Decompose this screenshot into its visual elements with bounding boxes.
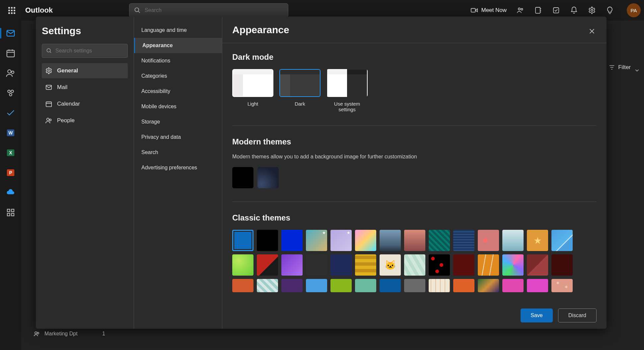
modern-theme-wave[interactable] xyxy=(257,167,279,188)
save-button[interactable]: Save xyxy=(521,308,552,322)
close-button[interactable] xyxy=(586,25,598,37)
classic-theme[interactable] xyxy=(478,254,499,276)
subnav-advertising[interactable]: Advertising preferences xyxy=(134,160,222,175)
mode-option-system[interactable]: Use system settings xyxy=(326,69,368,112)
discard-button[interactable]: Discard xyxy=(558,308,597,322)
classic-theme[interactable] xyxy=(502,254,524,276)
teams-icon[interactable] xyxy=(516,6,525,15)
classic-theme[interactable] xyxy=(502,230,524,251)
classic-theme[interactable] xyxy=(502,279,524,292)
rail-calendar[interactable] xyxy=(0,43,21,63)
classic-theme[interactable] xyxy=(257,230,278,251)
classic-theme[interactable] xyxy=(232,230,253,251)
classic-theme[interactable] xyxy=(281,230,303,251)
rail-more-apps[interactable] xyxy=(0,203,21,222)
svg-point-36 xyxy=(35,332,37,334)
classic-theme[interactable] xyxy=(527,279,548,292)
classic-theme[interactable] xyxy=(355,230,376,251)
classic-theme[interactable] xyxy=(281,254,303,276)
classic-theme[interactable] xyxy=(232,279,253,292)
classic-theme[interactable] xyxy=(551,279,573,292)
classic-theme[interactable] xyxy=(257,254,278,276)
settings-search-input[interactable] xyxy=(55,48,123,54)
classic-theme[interactable] xyxy=(429,279,450,292)
subnav-categories[interactable]: Categories xyxy=(134,68,222,84)
classic-theme[interactable] xyxy=(429,254,450,276)
classic-theme[interactable] xyxy=(355,279,376,292)
filter-button[interactable]: Filter xyxy=(608,64,631,71)
classic-theme[interactable] xyxy=(453,230,474,251)
classic-theme[interactable] xyxy=(306,230,327,251)
classic-theme[interactable] xyxy=(478,279,499,292)
subnav-privacy-data[interactable]: Privacy and data xyxy=(134,130,222,145)
classic-theme[interactable] xyxy=(380,279,401,292)
rail-mail[interactable] xyxy=(0,23,21,43)
avatar[interactable]: PA xyxy=(627,3,641,17)
subnav-search[interactable]: Search xyxy=(134,145,222,160)
subnav-language-time[interactable]: Language and time xyxy=(134,23,222,38)
subnav-mobile-devices[interactable]: Mobile devices xyxy=(134,99,222,114)
notifications-icon[interactable] xyxy=(570,6,578,15)
settings-dialog: Settings General Mail Calendar People xyxy=(36,17,607,329)
search-icon xyxy=(46,48,52,54)
classic-theme[interactable] xyxy=(453,254,474,276)
settings-icon[interactable] xyxy=(588,6,596,15)
classic-theme[interactable] xyxy=(551,254,573,276)
group-row[interactable]: Marketing Dpt 1 xyxy=(33,330,78,337)
mode-option-dark[interactable]: Dark xyxy=(279,69,321,112)
classic-theme[interactable] xyxy=(404,279,425,292)
settings-title: Settings xyxy=(42,25,128,37)
classic-theme[interactable] xyxy=(404,254,425,276)
people-group-icon xyxy=(33,330,40,337)
rail-excel[interactable]: X xyxy=(0,143,21,163)
classic-theme[interactable] xyxy=(330,254,352,276)
global-search[interactable] xyxy=(129,3,288,17)
rail-powerpoint[interactable]: P xyxy=(0,163,21,183)
subnav-storage[interactable]: Storage xyxy=(134,114,222,130)
rail-todo[interactable] xyxy=(0,103,21,123)
search-input[interactable] xyxy=(145,7,283,13)
meet-now-button[interactable]: Meet Now xyxy=(470,7,507,14)
classic-theme[interactable] xyxy=(478,230,499,251)
tips-icon[interactable] xyxy=(606,6,614,15)
expand-reading-pane[interactable] xyxy=(632,65,642,75)
category-general[interactable]: General xyxy=(42,63,128,78)
rail-groups[interactable] xyxy=(0,83,21,103)
classic-theme[interactable] xyxy=(355,254,376,276)
gear-icon xyxy=(45,67,52,74)
classic-theme[interactable] xyxy=(306,279,327,292)
classic-theme[interactable] xyxy=(527,254,548,276)
rail-people[interactable] xyxy=(0,63,21,83)
classic-theme[interactable] xyxy=(527,230,548,251)
divider xyxy=(232,126,597,126)
subnav-accessibility[interactable]: Accessibility xyxy=(134,84,222,99)
classic-theme[interactable] xyxy=(330,279,352,292)
classic-theme[interactable] xyxy=(380,254,401,276)
classic-theme[interactable] xyxy=(232,254,253,276)
subnav-appearance[interactable]: Appearance xyxy=(134,38,222,53)
todo-icon[interactable] xyxy=(552,6,560,15)
modern-theme-black[interactable] xyxy=(232,167,253,188)
rail-word[interactable]: W xyxy=(0,123,21,143)
mode-option-light[interactable]: Light xyxy=(232,69,273,112)
onenote-icon[interactable] xyxy=(534,6,542,15)
search-icon xyxy=(134,7,141,14)
category-mail[interactable]: Mail xyxy=(42,80,128,95)
app-launcher-button[interactable] xyxy=(3,2,20,19)
settings-search[interactable] xyxy=(42,44,128,58)
category-people[interactable]: People xyxy=(42,113,128,128)
classic-theme[interactable] xyxy=(380,230,401,251)
classic-theme[interactable] xyxy=(306,254,327,276)
classic-theme[interactable] xyxy=(257,279,278,292)
classic-theme[interactable] xyxy=(330,230,352,251)
rail-onedrive[interactable] xyxy=(0,183,21,203)
classic-theme[interactable] xyxy=(429,230,450,251)
svg-point-44 xyxy=(47,118,49,121)
classic-theme[interactable] xyxy=(404,230,425,251)
classic-theme[interactable] xyxy=(551,230,573,251)
subnav-notifications[interactable]: Notifications xyxy=(134,53,222,68)
category-calendar[interactable]: Calendar xyxy=(42,96,128,112)
classic-theme[interactable] xyxy=(281,279,303,292)
classic-theme[interactable] xyxy=(453,279,474,292)
light-preview xyxy=(232,69,273,97)
